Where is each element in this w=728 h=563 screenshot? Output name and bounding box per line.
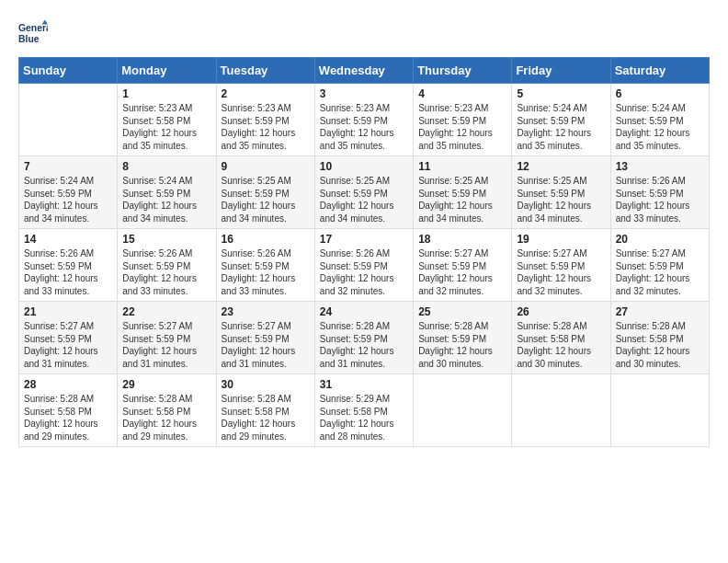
svg-text:Blue: Blue (18, 34, 40, 44)
calendar-cell: 26Sunrise: 5:28 AM Sunset: 5:58 PM Dayli… (512, 302, 610, 374)
week-row-5: 28Sunrise: 5:28 AM Sunset: 5:58 PM Dayli… (19, 374, 710, 447)
calendar-cell: 27Sunrise: 5:28 AM Sunset: 5:58 PM Dayli… (610, 302, 709, 374)
week-row-1: 1Sunrise: 5:23 AM Sunset: 5:58 PM Daylig… (19, 84, 710, 156)
day-number: 15 (122, 233, 210, 246)
day-info: Sunrise: 5:24 AM Sunset: 5:59 PM Dayligh… (517, 103, 591, 151)
header-day-friday: Friday (512, 58, 610, 84)
header-day-wednesday: Wednesday (314, 58, 413, 84)
day-info: Sunrise: 5:28 AM Sunset: 5:58 PM Dayligh… (122, 394, 197, 442)
calendar-cell: 23Sunrise: 5:27 AM Sunset: 5:59 PM Dayli… (216, 302, 314, 374)
calendar-cell (414, 374, 512, 447)
day-info: Sunrise: 5:24 AM Sunset: 5:59 PM Dayligh… (24, 176, 98, 224)
day-number: 16 (222, 233, 310, 246)
day-info: Sunrise: 5:29 AM Sunset: 5:58 PM Dayligh… (320, 394, 394, 442)
day-info: Sunrise: 5:28 AM Sunset: 5:59 PM Dayligh… (320, 321, 394, 369)
calendar-cell: 3Sunrise: 5:23 AM Sunset: 5:59 PM Daylig… (314, 84, 413, 156)
day-info: Sunrise: 5:28 AM Sunset: 5:58 PM Dayligh… (24, 394, 98, 442)
calendar-cell: 31Sunrise: 5:29 AM Sunset: 5:58 PM Dayli… (314, 374, 413, 447)
day-number: 4 (418, 87, 506, 100)
calendar-cell (610, 374, 709, 447)
calendar-cell: 24Sunrise: 5:28 AM Sunset: 5:59 PM Dayli… (314, 302, 413, 374)
day-number: 7 (24, 160, 112, 173)
header-row: SundayMondayTuesdayWednesdayThursdayFrid… (19, 58, 710, 84)
day-info: Sunrise: 5:27 AM Sunset: 5:59 PM Dayligh… (24, 321, 98, 369)
header-day-sunday: Sunday (19, 58, 118, 84)
calendar-cell: 21Sunrise: 5:27 AM Sunset: 5:59 PM Dayli… (19, 302, 118, 374)
day-info: Sunrise: 5:25 AM Sunset: 5:59 PM Dayligh… (418, 176, 493, 224)
week-row-3: 14Sunrise: 5:26 AM Sunset: 5:59 PM Dayli… (19, 229, 710, 302)
calendar-cell: 8Sunrise: 5:24 AM Sunset: 5:59 PM Daylig… (118, 156, 216, 229)
day-number: 24 (320, 305, 408, 318)
day-number: 9 (222, 160, 310, 173)
day-info: Sunrise: 5:25 AM Sunset: 5:59 PM Dayligh… (517, 176, 591, 224)
page-header: General Blue (18, 18, 710, 48)
day-info: Sunrise: 5:26 AM Sunset: 5:59 PM Dayligh… (122, 248, 197, 296)
day-number: 30 (222, 378, 310, 391)
calendar-cell: 18Sunrise: 5:27 AM Sunset: 5:59 PM Dayli… (414, 229, 512, 302)
calendar-cell: 9Sunrise: 5:25 AM Sunset: 5:59 PM Daylig… (216, 156, 314, 229)
day-number: 31 (320, 378, 408, 391)
calendar-cell: 29Sunrise: 5:28 AM Sunset: 5:58 PM Dayli… (118, 374, 216, 447)
calendar-cell: 14Sunrise: 5:26 AM Sunset: 5:59 PM Dayli… (19, 229, 118, 302)
day-number: 29 (122, 378, 210, 391)
day-number: 12 (517, 160, 605, 173)
day-info: Sunrise: 5:28 AM Sunset: 5:59 PM Dayligh… (418, 321, 493, 369)
day-number: 18 (418, 233, 506, 246)
day-info: Sunrise: 5:27 AM Sunset: 5:59 PM Dayligh… (517, 248, 591, 296)
calendar-cell: 7Sunrise: 5:24 AM Sunset: 5:59 PM Daylig… (19, 156, 118, 229)
day-info: Sunrise: 5:23 AM Sunset: 5:59 PM Dayligh… (320, 103, 394, 151)
day-info: Sunrise: 5:27 AM Sunset: 5:59 PM Dayligh… (418, 248, 493, 296)
day-number: 11 (418, 160, 506, 173)
day-number: 17 (320, 233, 408, 246)
day-info: Sunrise: 5:27 AM Sunset: 5:59 PM Dayligh… (222, 321, 296, 369)
calendar-cell: 15Sunrise: 5:26 AM Sunset: 5:59 PM Dayli… (118, 229, 216, 302)
calendar-cell: 1Sunrise: 5:23 AM Sunset: 5:58 PM Daylig… (118, 84, 216, 156)
day-number: 2 (222, 87, 310, 100)
day-number: 6 (616, 87, 704, 100)
svg-text:General: General (18, 23, 48, 33)
day-number: 23 (222, 305, 310, 318)
day-info: Sunrise: 5:25 AM Sunset: 5:59 PM Dayligh… (222, 176, 296, 224)
calendar-cell: 16Sunrise: 5:26 AM Sunset: 5:59 PM Dayli… (216, 229, 314, 302)
header-day-saturday: Saturday (610, 58, 709, 84)
day-number: 8 (122, 160, 210, 173)
week-row-4: 21Sunrise: 5:27 AM Sunset: 5:59 PM Dayli… (19, 302, 710, 374)
day-info: Sunrise: 5:25 AM Sunset: 5:59 PM Dayligh… (320, 176, 394, 224)
day-number: 27 (616, 305, 704, 318)
svg-marker-2 (42, 20, 48, 25)
day-info: Sunrise: 5:28 AM Sunset: 5:58 PM Dayligh… (517, 321, 591, 369)
calendar-cell (19, 84, 118, 156)
day-number: 20 (616, 233, 704, 246)
day-info: Sunrise: 5:27 AM Sunset: 5:59 PM Dayligh… (616, 248, 690, 296)
day-info: Sunrise: 5:23 AM Sunset: 5:59 PM Dayligh… (222, 103, 296, 151)
logo-icon: General Blue (18, 18, 48, 48)
day-info: Sunrise: 5:28 AM Sunset: 5:58 PM Dayligh… (616, 321, 690, 369)
day-info: Sunrise: 5:26 AM Sunset: 5:59 PM Dayligh… (222, 248, 296, 296)
calendar-cell: 11Sunrise: 5:25 AM Sunset: 5:59 PM Dayli… (414, 156, 512, 229)
day-number: 28 (24, 378, 112, 391)
day-number: 19 (517, 233, 605, 246)
header-day-monday: Monday (118, 58, 216, 84)
day-number: 3 (320, 87, 408, 100)
week-row-2: 7Sunrise: 5:24 AM Sunset: 5:59 PM Daylig… (19, 156, 710, 229)
calendar-cell: 6Sunrise: 5:24 AM Sunset: 5:59 PM Daylig… (610, 84, 709, 156)
calendar-cell: 19Sunrise: 5:27 AM Sunset: 5:59 PM Dayli… (512, 229, 610, 302)
calendar-cell: 2Sunrise: 5:23 AM Sunset: 5:59 PM Daylig… (216, 84, 314, 156)
day-info: Sunrise: 5:27 AM Sunset: 5:59 PM Dayligh… (122, 321, 197, 369)
calendar-header: SundayMondayTuesdayWednesdayThursdayFrid… (19, 58, 710, 84)
calendar-body: 1Sunrise: 5:23 AM Sunset: 5:58 PM Daylig… (19, 84, 710, 447)
header-day-tuesday: Tuesday (216, 58, 314, 84)
day-info: Sunrise: 5:26 AM Sunset: 5:59 PM Dayligh… (24, 248, 98, 296)
calendar-cell: 20Sunrise: 5:27 AM Sunset: 5:59 PM Dayli… (610, 229, 709, 302)
calendar-cell: 28Sunrise: 5:28 AM Sunset: 5:58 PM Dayli… (19, 374, 118, 447)
day-number: 5 (517, 87, 605, 100)
calendar-cell (512, 374, 610, 447)
day-number: 10 (320, 160, 408, 173)
day-number: 25 (418, 305, 506, 318)
calendar-cell: 22Sunrise: 5:27 AM Sunset: 5:59 PM Dayli… (118, 302, 216, 374)
day-number: 21 (24, 305, 112, 318)
header-day-thursday: Thursday (414, 58, 512, 84)
day-info: Sunrise: 5:26 AM Sunset: 5:59 PM Dayligh… (616, 176, 690, 224)
calendar-cell: 4Sunrise: 5:23 AM Sunset: 5:59 PM Daylig… (414, 84, 512, 156)
day-info: Sunrise: 5:23 AM Sunset: 5:59 PM Dayligh… (418, 103, 493, 151)
